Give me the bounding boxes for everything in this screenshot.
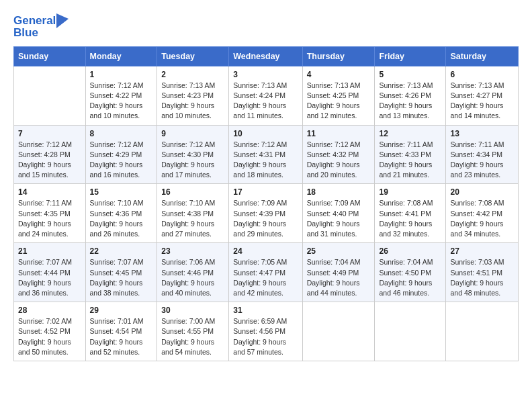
day-number: 13 bbox=[450, 129, 514, 138]
day-header-wednesday: Wednesday bbox=[229, 46, 302, 66]
day-info: Sunrise: 7:05 AM Sunset: 4:47 PM Dayligh… bbox=[233, 257, 298, 298]
day-number: 30 bbox=[161, 306, 224, 315]
day-info: Sunrise: 7:08 AM Sunset: 4:41 PM Dayligh… bbox=[379, 198, 441, 239]
day-info: Sunrise: 7:12 AM Sunset: 4:22 PM Dayligh… bbox=[90, 81, 153, 122]
day-number: 12 bbox=[379, 129, 441, 138]
calendar-cell: 4Sunrise: 7:13 AM Sunset: 4:25 PM Daylig… bbox=[302, 66, 375, 125]
calendar-header-row: SundayMondayTuesdayWednesdayThursdayFrid… bbox=[14, 46, 519, 66]
day-info: Sunrise: 7:08 AM Sunset: 4:42 PM Dayligh… bbox=[450, 198, 514, 239]
day-number: 21 bbox=[18, 246, 81, 256]
day-number: 28 bbox=[18, 306, 81, 315]
calendar-cell: 12Sunrise: 7:11 AM Sunset: 4:33 PM Dayli… bbox=[375, 125, 446, 184]
calendar-cell: 13Sunrise: 7:11 AM Sunset: 4:34 PM Dayli… bbox=[446, 125, 519, 184]
day-info: Sunrise: 7:09 AM Sunset: 4:40 PM Dayligh… bbox=[307, 198, 371, 239]
calendar-cell: 21Sunrise: 7:07 AM Sunset: 4:44 PM Dayli… bbox=[14, 243, 86, 302]
day-number: 10 bbox=[233, 129, 298, 138]
day-info: Sunrise: 7:00 AM Sunset: 4:55 PM Dayligh… bbox=[161, 316, 224, 357]
day-number: 8 bbox=[90, 129, 153, 138]
day-number: 5 bbox=[379, 70, 441, 79]
day-info: Sunrise: 7:13 AM Sunset: 4:23 PM Dayligh… bbox=[161, 81, 224, 122]
day-number: 14 bbox=[18, 187, 81, 197]
calendar-cell: 3Sunrise: 7:13 AM Sunset: 4:24 PM Daylig… bbox=[229, 66, 302, 125]
logo-text: General bbox=[13, 15, 56, 28]
calendar-cell: 14Sunrise: 7:11 AM Sunset: 4:35 PM Dayli… bbox=[14, 184, 86, 243]
calendar-cell: 23Sunrise: 7:06 AM Sunset: 4:46 PM Dayli… bbox=[157, 243, 229, 302]
day-header-sunday: Sunday bbox=[14, 46, 86, 66]
day-number: 16 bbox=[161, 187, 224, 197]
day-number: 17 bbox=[233, 187, 298, 197]
calendar-week-1: 1Sunrise: 7:12 AM Sunset: 4:22 PM Daylig… bbox=[14, 66, 519, 125]
calendar-cell: 1Sunrise: 7:12 AM Sunset: 4:22 PM Daylig… bbox=[85, 66, 157, 125]
calendar-cell: 10Sunrise: 7:12 AM Sunset: 4:31 PM Dayli… bbox=[229, 125, 302, 184]
page: General Blue SundayMondayTuesdayWednesda… bbox=[0, 0, 532, 375]
calendar-cell: 22Sunrise: 7:07 AM Sunset: 4:45 PM Dayli… bbox=[85, 243, 157, 302]
logo: General Blue bbox=[13, 13, 69, 40]
calendar-cell: 7Sunrise: 7:12 AM Sunset: 4:28 PM Daylig… bbox=[14, 125, 86, 184]
day-number: 26 bbox=[379, 246, 441, 256]
day-header-monday: Monday bbox=[85, 46, 157, 66]
day-number: 11 bbox=[307, 129, 371, 138]
day-number: 27 bbox=[450, 246, 514, 256]
day-number: 3 bbox=[233, 70, 298, 79]
calendar-cell: 17Sunrise: 7:09 AM Sunset: 4:39 PM Dayli… bbox=[229, 184, 302, 243]
day-header-friday: Friday bbox=[375, 46, 446, 66]
day-number: 22 bbox=[90, 246, 153, 256]
day-number: 9 bbox=[161, 129, 224, 138]
day-info: Sunrise: 7:12 AM Sunset: 4:29 PM Dayligh… bbox=[90, 140, 153, 181]
day-header-saturday: Saturday bbox=[446, 46, 519, 66]
day-info: Sunrise: 7:13 AM Sunset: 4:25 PM Dayligh… bbox=[307, 81, 371, 122]
calendar-cell: 11Sunrise: 7:12 AM Sunset: 4:32 PM Dayli… bbox=[302, 125, 375, 184]
day-info: Sunrise: 7:12 AM Sunset: 4:30 PM Dayligh… bbox=[161, 140, 224, 181]
calendar-week-3: 14Sunrise: 7:11 AM Sunset: 4:35 PM Dayli… bbox=[14, 184, 519, 243]
day-number: 6 bbox=[450, 70, 514, 79]
day-info: Sunrise: 7:02 AM Sunset: 4:52 PM Dayligh… bbox=[18, 316, 81, 357]
day-info: Sunrise: 7:04 AM Sunset: 4:49 PM Dayligh… bbox=[307, 257, 371, 298]
header: General Blue bbox=[13, 11, 519, 40]
day-info: Sunrise: 7:12 AM Sunset: 4:32 PM Dayligh… bbox=[307, 140, 371, 181]
logo-general: General bbox=[13, 14, 56, 27]
calendar-cell: 16Sunrise: 7:10 AM Sunset: 4:38 PM Dayli… bbox=[157, 184, 229, 243]
day-number: 29 bbox=[90, 306, 153, 315]
day-info: Sunrise: 7:13 AM Sunset: 4:24 PM Dayligh… bbox=[233, 81, 298, 122]
day-number: 25 bbox=[307, 246, 371, 256]
calendar-cell: 20Sunrise: 7:08 AM Sunset: 4:42 PM Dayli… bbox=[446, 184, 519, 243]
calendar-cell: 9Sunrise: 7:12 AM Sunset: 4:30 PM Daylig… bbox=[157, 125, 229, 184]
logo-icon bbox=[56, 13, 69, 28]
day-info: Sunrise: 7:07 AM Sunset: 4:44 PM Dayligh… bbox=[18, 257, 81, 298]
day-info: Sunrise: 7:06 AM Sunset: 4:46 PM Dayligh… bbox=[161, 257, 224, 298]
day-info: Sunrise: 7:10 AM Sunset: 4:38 PM Dayligh… bbox=[161, 198, 224, 239]
day-number: 23 bbox=[161, 246, 224, 256]
calendar-cell bbox=[14, 66, 86, 125]
day-number: 4 bbox=[307, 70, 371, 79]
day-info: Sunrise: 7:04 AM Sunset: 4:50 PM Dayligh… bbox=[379, 257, 441, 298]
day-info: Sunrise: 7:09 AM Sunset: 4:39 PM Dayligh… bbox=[233, 198, 298, 239]
day-number: 24 bbox=[233, 246, 298, 256]
day-number: 19 bbox=[379, 187, 441, 197]
day-number: 18 bbox=[307, 187, 371, 197]
calendar-cell: 30Sunrise: 7:00 AM Sunset: 4:55 PM Dayli… bbox=[157, 302, 229, 361]
day-info: Sunrise: 7:12 AM Sunset: 4:28 PM Dayligh… bbox=[18, 140, 81, 181]
logo-blue: Blue bbox=[13, 26, 38, 39]
svg-marker-0 bbox=[56, 13, 69, 28]
calendar-cell: 5Sunrise: 7:13 AM Sunset: 4:26 PM Daylig… bbox=[375, 66, 446, 125]
day-info: Sunrise: 7:01 AM Sunset: 4:54 PM Dayligh… bbox=[90, 316, 153, 357]
calendar-cell bbox=[302, 302, 375, 361]
calendar-cell: 2Sunrise: 7:13 AM Sunset: 4:23 PM Daylig… bbox=[157, 66, 229, 125]
calendar-cell: 18Sunrise: 7:09 AM Sunset: 4:40 PM Dayli… bbox=[302, 184, 375, 243]
day-info: Sunrise: 7:03 AM Sunset: 4:51 PM Dayligh… bbox=[450, 257, 514, 298]
calendar-cell bbox=[446, 302, 519, 361]
day-info: Sunrise: 7:12 AM Sunset: 4:31 PM Dayligh… bbox=[233, 140, 298, 181]
calendar-cell: 24Sunrise: 7:05 AM Sunset: 4:47 PM Dayli… bbox=[229, 243, 302, 302]
calendar-cell: 8Sunrise: 7:12 AM Sunset: 4:29 PM Daylig… bbox=[85, 125, 157, 184]
day-number: 15 bbox=[90, 187, 153, 197]
day-number: 1 bbox=[90, 70, 153, 79]
day-info: Sunrise: 7:11 AM Sunset: 4:35 PM Dayligh… bbox=[18, 198, 81, 239]
calendar-cell: 26Sunrise: 7:04 AM Sunset: 4:50 PM Dayli… bbox=[375, 243, 446, 302]
calendar-week-5: 28Sunrise: 7:02 AM Sunset: 4:52 PM Dayli… bbox=[14, 302, 519, 361]
calendar-cell: 15Sunrise: 7:10 AM Sunset: 4:36 PM Dayli… bbox=[85, 184, 157, 243]
day-number: 7 bbox=[18, 129, 81, 138]
day-number: 2 bbox=[161, 70, 224, 79]
calendar-cell: 25Sunrise: 7:04 AM Sunset: 4:49 PM Dayli… bbox=[302, 243, 375, 302]
day-info: Sunrise: 7:07 AM Sunset: 4:45 PM Dayligh… bbox=[90, 257, 153, 298]
calendar-cell: 6Sunrise: 7:13 AM Sunset: 4:27 PM Daylig… bbox=[446, 66, 519, 125]
